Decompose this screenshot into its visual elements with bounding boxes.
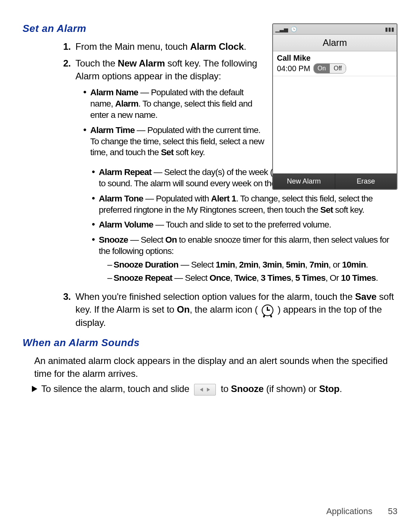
text-bold: Save [355,291,376,302]
text: . [376,273,378,283]
step-number: 3. [58,290,71,329]
text: From the Main menu, touch [75,41,190,52]
text: To silence the alarm, touch and slide [41,383,192,394]
text-bold: Alarm Time [90,125,135,135]
text-bold: On [165,235,177,245]
text: , Or [326,273,341,283]
text-bold: Snooze [231,383,264,394]
text: , [282,260,286,270]
text-bold: Alert 1 [211,194,236,203]
section-title-when-sounds: When an Alarm Sounds [23,337,397,349]
text-bold: 5 Times [295,273,326,283]
text-bold: 2min [239,260,258,270]
text: When you're finished selection option va… [75,291,355,302]
text: — Touch and slide to set to the preferre… [153,220,331,229]
numbered-steps: 1. From the Main menu, touch Alarm Clock… [58,40,268,162]
text-bold: Alarm Tone [99,194,143,203]
text: — Select [178,260,216,270]
text: to [218,383,231,394]
footer-page: 53 [388,506,397,516]
text-bold: 10min [342,260,366,270]
text: (if shown) or [264,383,319,394]
text: — Populated with [143,194,211,203]
clock-icon: 🕓 [290,26,297,32]
text: , [235,260,239,270]
alarm-name: Call Mike [277,54,393,63]
text: . [366,260,368,270]
phone-footer: New Alarm Erase [273,173,397,189]
text-bold: 5min [286,260,305,270]
alarm-clock-icon [262,304,273,316]
text: , [257,273,261,283]
softkey-new-alarm[interactable]: New Alarm [273,173,335,189]
text: , [230,273,234,283]
text-bold: 7min [309,260,328,270]
text: , [291,273,295,283]
alarm-row[interactable]: Call Mike 04:00 PM On Off [273,51,397,76]
text-bold: Snooze [99,235,128,245]
triangle-icon [32,386,37,392]
text-bold: Alarm Volume [99,220,153,229]
text: . [244,41,246,52]
status-bar: ▁▃▅ 🕓 ▮▮▮ [273,24,397,35]
text: — Select the day(s) of the week ( [151,167,273,177]
step-2: 2. Touch the New Alarm soft key. The fol… [58,57,268,162]
step-1: 1. From the Main menu, touch Alarm Clock… [58,40,268,53]
text-bold: Set [161,147,174,157]
text-bold: 3min [262,260,282,270]
toggle-on[interactable]: On [314,64,330,73]
section-title-set-alarm: Set an Alarm [23,23,268,35]
option-bullets: • Alarm Name — Populated with the defaul… [83,87,268,158]
text-bold: Twice [234,273,257,283]
signal-icon: ▁▃▅ [275,26,288,32]
text-bold: Snooze Duration [114,260,178,270]
text-bold: Set [320,205,333,215]
text-bold: 1min [216,260,235,270]
battery-icon: ▮▮▮ [385,26,394,32]
text: , the alarm icon ( [190,304,261,315]
text-bold: Once [210,273,230,283]
text: , [258,260,262,270]
text: . [340,383,342,394]
text: soft key. [173,147,205,157]
footer-section: Applications [326,506,373,516]
text-bold: Stop [319,383,340,394]
snooze-sub: – Snooze Duration — Select 1min, 2min, 3… [107,259,397,284]
text-bold: Alarm Name [90,88,138,97]
step-number: 2. [58,57,71,162]
alarm-toggle[interactable]: On Off [313,63,346,74]
step-number: 1. [58,40,71,53]
text: Touch the [75,58,118,68]
text-bold: Alarm [115,99,138,108]
text-bold: Alarm Repeat [99,167,151,177]
phone-title: Alarm [273,35,397,51]
text: , or [329,260,342,270]
text-bold: 10 Times [341,273,376,283]
text-bold: On [177,304,190,315]
page-footer: Applications 53 [326,506,397,516]
text: — Select [172,273,210,283]
paragraph: An animated alarm clock appears in the d… [34,354,397,380]
text-bold: Snooze Repeat [114,273,172,283]
text: soft key. [333,205,364,215]
alarm-time: 04:00 PM [277,64,310,73]
text-bold: New Alarm [118,58,165,68]
slide-icon [194,384,216,396]
softkey-erase[interactable]: Erase [335,173,397,189]
text-bold: Alarm Clock [190,41,244,52]
text-bold: 3 Times [261,273,291,283]
text: — Select [128,235,165,245]
phone-mock: ▁▃▅ 🕓 ▮▮▮ Alarm Call Mike 04:00 PM On Of… [272,23,397,190]
step-3: 3. When you're finished selection option… [58,290,397,329]
toggle-off[interactable]: Off [330,64,346,73]
text: , [305,260,310,270]
bullet-arrow: To silence the alarm, touch and slide to… [32,382,397,396]
